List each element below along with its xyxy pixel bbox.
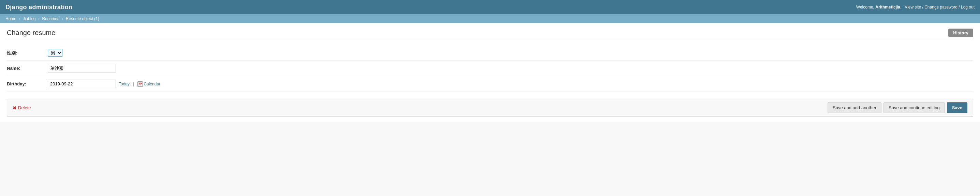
breadcrumb-current: Resume object (1) xyxy=(66,16,99,21)
main-content: Change resume History 性别: 男 女 Name: Birt… xyxy=(0,23,980,122)
save-add-another-button[interactable]: Save and add another xyxy=(827,103,881,113)
gender-field: 男 女 xyxy=(48,49,62,57)
today-link[interactable]: Today xyxy=(119,82,130,87)
change-password-link[interactable]: Change password xyxy=(924,5,958,9)
separator-1: / xyxy=(923,5,923,9)
calendar-link[interactable]: 📅 Calendar xyxy=(137,81,160,87)
delete-label: Delete xyxy=(18,105,31,110)
form: 性别: 男 女 Name: Birthday: Today | xyxy=(7,46,973,92)
view-site-link[interactable]: View site xyxy=(905,5,921,9)
pipe-separator: | xyxy=(133,81,134,87)
breadcrumb-jiablog[interactable]: Jiablog xyxy=(23,16,36,21)
separator-2: / xyxy=(959,5,959,9)
content-header: Change resume History xyxy=(7,28,973,40)
breadcrumbs: Home › Jiablog › Resumes › Resume object… xyxy=(0,14,980,23)
gender-label: 性别: xyxy=(7,50,48,56)
name-label: Name: xyxy=(7,66,48,71)
save-continue-button[interactable]: Save and continue editing xyxy=(883,103,945,113)
calendar-icon: 📅 xyxy=(137,81,143,87)
username: Arithmeticjia xyxy=(875,5,900,9)
site-title: Django administration xyxy=(5,4,72,11)
name-row: Name: xyxy=(7,60,973,76)
history-button[interactable]: History xyxy=(948,28,973,37)
gender-row: 性别: 男 女 xyxy=(7,46,973,60)
logout-link[interactable]: Log out xyxy=(961,5,975,9)
submit-buttons: Save and add another Save and continue e… xyxy=(827,103,967,113)
birthday-label: Birthday: xyxy=(7,81,48,87)
header: Django administration Welcome, Arithmeti… xyxy=(0,0,980,14)
name-input[interactable] xyxy=(48,64,116,73)
breadcrumb-sep1: › xyxy=(19,16,20,21)
birthday-row: Birthday: Today | 📅 Calendar xyxy=(7,76,973,92)
birthday-input[interactable] xyxy=(48,80,116,88)
delete-icon: ✖ xyxy=(13,105,17,111)
submit-row: ✖ Delete Save and add another Save and c… xyxy=(7,99,973,117)
welcome-suffix: . xyxy=(900,5,901,9)
birthday-field: Today | 📅 Calendar xyxy=(48,80,160,88)
gender-select[interactable]: 男 女 xyxy=(48,49,62,57)
breadcrumb-sep2: › xyxy=(38,16,40,21)
page-title: Change resume xyxy=(7,29,55,37)
delete-link[interactable]: ✖ Delete xyxy=(13,105,31,111)
name-field xyxy=(48,64,116,73)
breadcrumb-resumes[interactable]: Resumes xyxy=(42,16,59,21)
save-button[interactable]: Save xyxy=(947,103,967,113)
user-tools: Welcome, Arithmeticjia. View site / Chan… xyxy=(856,5,975,9)
breadcrumb-home[interactable]: Home xyxy=(5,16,16,21)
welcome-text: Welcome, xyxy=(856,5,875,9)
breadcrumb-sep3: › xyxy=(62,16,63,21)
calendar-link-text: Calendar xyxy=(143,82,160,87)
